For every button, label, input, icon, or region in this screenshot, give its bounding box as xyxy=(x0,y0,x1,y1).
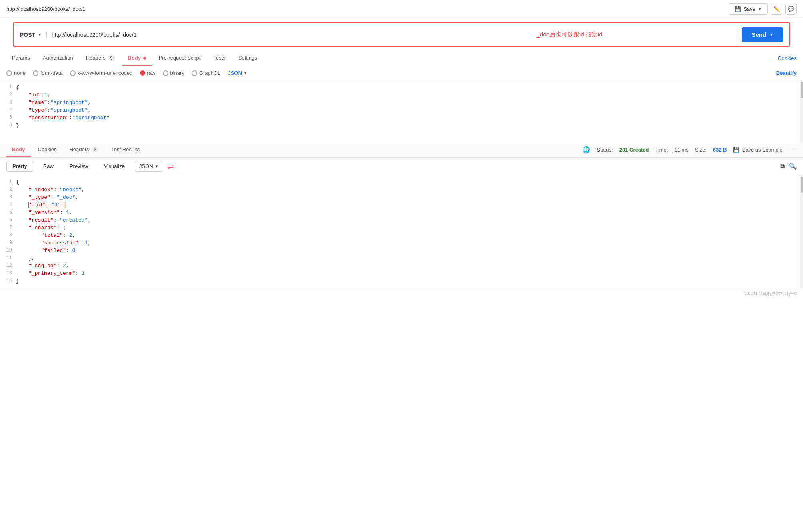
binary-option[interactable]: binary xyxy=(163,70,184,76)
req-line-2: 2 "id":1, xyxy=(0,91,803,99)
resp-line-7: 7 "_shards": { xyxy=(0,224,803,232)
footer: CSDN @莫听穿林打叶声© xyxy=(0,288,803,299)
size-value: 632 B xyxy=(713,147,727,153)
resp-scrollbar-thumb[interactable] xyxy=(801,177,803,193)
resp-line-4: 4 "_id": "1", xyxy=(0,201,803,209)
resp-line-11: 11 }, xyxy=(0,254,803,262)
size-label: Size: xyxy=(695,147,707,153)
graphql-option[interactable]: GraphQL xyxy=(192,70,220,76)
raw-radio[interactable] xyxy=(140,70,145,76)
resp-tab-body[interactable]: Body xyxy=(6,142,31,157)
globe-icon: 🌐 xyxy=(582,146,590,154)
save-button[interactable]: 💾 Save ▼ xyxy=(729,3,768,15)
json-chevron-icon: ▼ xyxy=(244,71,248,75)
resp-tab-headers[interactable]: Headers 6 xyxy=(64,142,104,157)
body-dot xyxy=(143,57,146,60)
save-example-button[interactable]: 💾 Save as Example xyxy=(733,147,782,153)
response-tabs: Body Cookies Headers 6 Test Results 🌐 St… xyxy=(0,142,803,158)
resp-json-dropdown[interactable]: JSON ▼ xyxy=(135,161,163,172)
send-label: Send xyxy=(751,31,766,38)
binary-radio[interactable] xyxy=(163,70,168,76)
tab-authorization[interactable]: Authorization xyxy=(37,51,79,66)
status-code: 201 Created xyxy=(619,147,649,153)
comment-button[interactable]: 💬 xyxy=(785,4,797,15)
resp-raw-button[interactable]: Raw xyxy=(37,161,60,172)
resp-line-5: 5 "_version": 1, xyxy=(0,209,803,216)
resp-headers-badge: 6 xyxy=(91,147,98,152)
status-bar: 🌐 Status: 201 Created Time: 11 ms Size: … xyxy=(582,146,797,154)
resp-line-3: 3 "_type": "_doc", xyxy=(0,194,803,201)
tab-settings[interactable]: Settings xyxy=(233,51,263,66)
tab-headers[interactable]: Headers 9 xyxy=(80,51,121,66)
copy-icon[interactable]: ⧉ xyxy=(780,163,785,170)
raw-label: raw xyxy=(147,70,156,76)
more-options-button[interactable]: ··· xyxy=(789,146,797,154)
search-icon[interactable]: 🔍 xyxy=(789,162,797,170)
beautify-button[interactable]: Beautify xyxy=(776,70,797,76)
response-body-editor: 1 { 2 "_index": "books", 3 "_type": "_do… xyxy=(0,175,803,288)
save-disk-icon: 💾 xyxy=(735,6,741,12)
raw-option[interactable]: raw xyxy=(140,70,156,76)
resp-pretty-button[interactable]: Pretty xyxy=(6,161,33,172)
request-bar: POST ▼ http://localhost:9200/books/_doc/… xyxy=(13,22,790,47)
json-dropdown[interactable]: JSON ▼ xyxy=(228,70,247,76)
status-label: Status: xyxy=(597,147,613,153)
resp-line-9: 9 "successful": 1, xyxy=(0,239,803,247)
pencil-icon: ✏️ xyxy=(773,6,780,12)
req-line-6: 6 } xyxy=(0,122,803,129)
req-line-5: 5 "description":"springboot" xyxy=(0,114,803,122)
body-options: none form-data x-www-form-urlencoded raw… xyxy=(0,66,803,80)
urlencoded-option[interactable]: x-www-form-urlencoded xyxy=(70,70,133,76)
top-bar: http://localhost:9200/books/_doc/1 💾 Sav… xyxy=(0,0,803,18)
response-options: Pretty Raw Preview Visualize JSON ▼ ⇌ ⧉ … xyxy=(0,158,803,175)
none-radio[interactable] xyxy=(6,70,12,76)
form-data-radio[interactable] xyxy=(33,70,38,76)
none-label: none xyxy=(14,70,26,76)
tab-tests[interactable]: Tests xyxy=(208,51,231,66)
request-body-editor[interactable]: 1 { 2 "id":1, 3 "name":"springboot", 4 "… xyxy=(0,80,803,142)
time-value: 11 ms xyxy=(674,147,688,153)
method-select[interactable]: POST ▼ xyxy=(20,32,47,38)
cookies-link[interactable]: Cookies xyxy=(778,55,797,61)
resp-wrap-icon[interactable]: ⇌ xyxy=(167,162,174,171)
resp-line-2: 2 "_index": "books", xyxy=(0,186,803,194)
time-label: Time: xyxy=(655,147,668,153)
binary-label: binary xyxy=(170,70,184,76)
form-data-label: form-data xyxy=(40,70,63,76)
resp-tab-cookies[interactable]: Cookies xyxy=(32,142,62,157)
comment-icon: 💬 xyxy=(788,6,794,12)
edit-button[interactable]: ✏️ xyxy=(771,4,782,15)
resp-json-label: JSON xyxy=(139,163,153,169)
graphql-radio[interactable] xyxy=(192,70,197,76)
resp-line-13: 13 "_primary_term": 1 xyxy=(0,270,803,277)
top-bar-actions: 💾 Save ▼ ✏️ 💬 xyxy=(729,3,797,15)
req-scrollbar-thumb[interactable] xyxy=(801,82,803,98)
headers-badge: 9 xyxy=(108,55,115,61)
none-option[interactable]: none xyxy=(6,70,26,76)
urlencoded-radio[interactable] xyxy=(70,70,76,76)
form-data-option[interactable]: form-data xyxy=(33,70,63,76)
resp-line-1: 1 { xyxy=(0,178,803,186)
resp-actions: ⧉ 🔍 xyxy=(780,162,797,170)
tab-params[interactable]: Params xyxy=(6,51,36,66)
tab-body[interactable]: Body xyxy=(122,51,152,66)
send-button[interactable]: Send ▼ xyxy=(742,27,783,42)
req-line-3: 3 "name":"springboot", xyxy=(0,99,803,106)
resp-preview-button[interactable]: Preview xyxy=(64,161,94,172)
save-example-icon: 💾 xyxy=(733,147,739,153)
resp-tab-test-results[interactable]: Test Results xyxy=(106,142,145,157)
req-line-4: 4 "type":"springboot", xyxy=(0,106,803,114)
save-example-label: Save as Example xyxy=(742,147,782,153)
resp-visualize-button[interactable]: Visualize xyxy=(98,161,131,172)
method-label: POST xyxy=(20,32,35,38)
json-label: JSON xyxy=(228,70,242,76)
resp-json-chevron-icon: ▼ xyxy=(155,164,159,168)
tab-pre-request[interactable]: Pre-request Script xyxy=(153,51,206,66)
graphql-label: GraphQL xyxy=(199,70,220,76)
resp-line-10: 10 "failed": 0 xyxy=(0,247,803,254)
method-chevron-icon: ▼ xyxy=(38,32,42,37)
resp-line-14: 14 } xyxy=(0,277,803,285)
resp-line-8: 8 "total": 2, xyxy=(0,232,803,239)
url-input[interactable]: http://localhost:9200/books/_doc/1 xyxy=(52,32,397,38)
save-label: Save xyxy=(743,6,755,12)
